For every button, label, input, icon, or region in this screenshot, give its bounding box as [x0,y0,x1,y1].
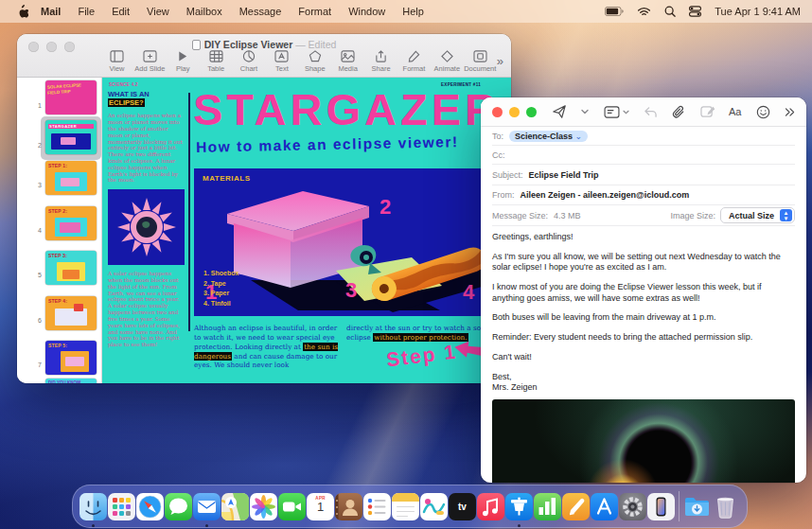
slide-canvas[interactable]: SCIENCE 4.2 EXPERIMENT #11 WHAT IS ANECL… [102,78,511,383]
share-button[interactable]: Share [364,50,397,73]
zoom-button[interactable] [526,107,537,117]
table-button[interactable]: Table [200,50,233,73]
dock-icon-maps[interactable] [221,493,249,520]
menu-item-view[interactable]: View [138,6,178,17]
format-text-icon[interactable]: Aa [729,106,741,117]
recipient-token[interactable]: Science-Class ⌄ [509,131,588,142]
dock-icon-downloads[interactable] [683,493,711,520]
media-button[interactable]: Media [331,50,364,73]
toolbar-overflow-icon[interactable]: » [497,50,503,68]
slide-thumbnail-5[interactable]: STEP 3: [45,251,97,285]
poster-title: STARGAZER [193,83,511,135]
menu-item-window[interactable]: Window [340,6,394,17]
cc-field[interactable]: Cc: [492,146,795,165]
battery-icon[interactable] [605,7,624,16]
eclipse-attachment-image[interactable] [492,399,795,483]
chart-button[interactable]: Chart [233,50,266,73]
subject-field[interactable]: Subject: Eclipse Field Trip [492,165,795,185]
text-button[interactable]: Text [265,50,298,73]
view-button[interactable]: View [100,50,133,73]
image-size-dropdown[interactable]: Actual Size ▲▼ [720,207,795,223]
to-field[interactable]: To: Science-Class ⌄ [492,127,795,146]
dock-icon-facetime[interactable] [278,493,306,520]
dock-icon-keynote[interactable] [505,493,533,520]
wifi-icon[interactable] [637,7,651,17]
dock-icon-mail[interactable] [193,493,221,520]
emoji-icon[interactable] [756,105,770,119]
slide-kicker-left: SCIENCE 4.2 [109,82,138,87]
dock-icon-finder[interactable] [79,493,107,520]
close-button[interactable] [492,107,503,117]
toolbar-overflow-icon[interactable] [785,108,795,116]
dock-icon-freeform[interactable] [420,493,448,520]
document-icon [192,40,201,50]
send-options-chevron-icon[interactable] [581,109,589,115]
eclipse-paragraph-2: A solar eclipse happens when the moon bl… [108,271,185,348]
menu-item-file[interactable]: File [69,6,103,17]
body-paragraph: I know most of you are doing the Eclipse… [492,282,795,304]
running-indicator [518,524,521,527]
slide-navigator: 1 SOLAR ECLIPSE FIELD TRIP 2 STARGAZER 3… [17,78,102,383]
header-fields-icon[interactable] [604,106,629,118]
markup-icon [700,105,715,118]
format-button[interactable]: Format [397,50,431,73]
menu-item-mailbox[interactable]: Mailbox [178,6,231,17]
slide-thumbnail-7[interactable]: STEP 5: [45,341,97,375]
menu-item-help[interactable]: Help [394,6,432,17]
dock-icon-notes[interactable] [392,493,419,520]
keynote-window: DIY Eclipse Viewer — Edited View Add Sli… [17,34,511,383]
shape-button[interactable]: Shape [298,50,331,73]
dock-icon-calendar[interactable]: APR1 [307,493,334,520]
dock-icon-contacts[interactable] [335,493,362,520]
apple-menu-icon[interactable] [11,5,32,19]
dock-icon-launchpad[interactable] [108,493,135,520]
slide-thumbnail-3[interactable]: STEP 1: [45,161,97,195]
window-title: DIY Eclipse Viewer — Edited [17,39,511,50]
menu-item-message[interactable]: Message [231,6,291,17]
dock-icon-reminders[interactable] [363,493,391,520]
search-icon[interactable] [664,6,676,17]
size-row: Message Size: 4.3 MB Image Size: Actual … [492,205,795,226]
menu-item-format[interactable]: Format [290,6,340,17]
animate-button[interactable]: Animate [431,50,464,73]
minimize-button[interactable] [509,107,520,117]
body-paragraph: Can't wait! [492,352,795,363]
materials-box: MATERIALS [194,168,499,316]
dock-icon-pages[interactable] [562,493,590,520]
sun-illustration [108,189,185,265]
dock-icon-music[interactable] [477,493,504,520]
message-size-value: 4.3 MB [554,211,581,220]
menu-bar-clock[interactable]: Tue Apr 1 9:41 AM [715,6,801,17]
dock-icon-numbers[interactable] [534,493,561,520]
slide-thumbnail-1[interactable]: SOLAR ECLIPSE FIELD TRIP [45,80,97,115]
dock-icon-system-settings[interactable] [619,493,646,520]
menu-item-edit[interactable]: Edit [103,6,138,17]
stepper-icon: ▲▼ [780,209,792,221]
signature: Best,Mrs. Zeigen [492,372,795,394]
dock-icon-app-store[interactable] [591,493,618,520]
mail-toolbar: Aa [481,97,806,127]
dock: APR1 tv [72,485,748,528]
dock-icon-messages[interactable] [165,493,192,520]
eclipse-paragraph-1: An eclipse happens when a moon or planet… [108,113,185,184]
dock-icon-tv[interactable]: tv [449,493,476,520]
control-center-icon[interactable] [689,6,701,17]
dock-icon-trash[interactable] [712,493,739,520]
dock-icon-safari[interactable] [136,493,164,520]
dock-icon-iphone-mirroring[interactable] [647,493,675,520]
document-button[interactable]: Document [464,50,497,73]
slide-thumbnail-8[interactable]: DID YOU KNOW [45,379,97,383]
body-paragraph: As I'm sure you all know, we will be set… [492,252,795,273]
menu-item-mail[interactable]: Mail [32,6,69,17]
attach-icon[interactable] [672,105,685,119]
add-slide-button[interactable]: Add Slide [133,50,167,73]
email-body[interactable]: Greetings, earthlings! As I'm sure you a… [481,226,806,483]
send-icon[interactable] [552,104,567,119]
slide-thumbnail-4[interactable]: STEP 2: [45,206,97,240]
slide-thumbnail-2[interactable]: STARGAZER [45,120,97,154]
play-button[interactable]: Play [167,50,200,73]
dock-icon-photos[interactable] [250,493,277,520]
slide-thumbnail-6[interactable]: STEP 4: [45,296,97,330]
from-field[interactable]: From: Aileen Zeigen - aileen.zeigen@iclo… [492,185,795,205]
caption-left: Although an eclipse is beautiful, in ord… [194,324,338,370]
